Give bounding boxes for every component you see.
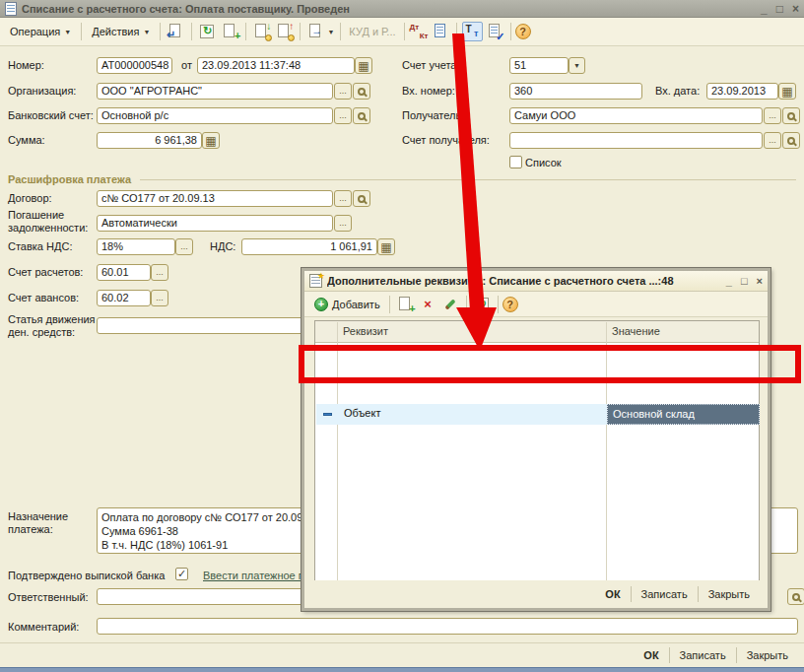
payee-account-open-button[interactable] <box>782 132 800 149</box>
incoming-date-input[interactable]: 23.09.2013 <box>706 83 778 100</box>
column-header-value[interactable]: Значение <box>612 325 660 337</box>
kud-button[interactable]: КУД и Р... <box>345 26 399 37</box>
copy-button[interactable]: + <box>220 22 240 41</box>
column-header-attribute[interactable]: Реквизит <box>343 325 388 337</box>
bank-account-input[interactable]: Основной р/с <box>97 107 333 124</box>
sum-input[interactable]: 6 961,38 <box>97 132 202 149</box>
confirmed-checkbox[interactable]: ✓ <box>175 568 188 580</box>
toolbar-separator <box>160 23 161 40</box>
bank-account-open-button[interactable] <box>353 107 370 124</box>
vat-rate-select-button[interactable]: ... <box>175 238 193 255</box>
date-input[interactable]: 23.09.2013 11:37:48 <box>197 57 355 74</box>
minimize-button[interactable]: _ <box>761 2 768 16</box>
green-plus-icon: + <box>409 303 415 314</box>
goto-button[interactable]: → ▼ <box>305 22 335 41</box>
organization-select-button[interactable]: ... <box>334 83 352 100</box>
calendar-button[interactable]: ▦ <box>355 57 372 74</box>
document-icon <box>5 2 17 16</box>
refresh-button[interactable]: ↻ <box>197 22 218 41</box>
magnifier-icon <box>792 593 800 601</box>
account-dropdown-button[interactable]: ▼ <box>569 57 585 74</box>
bank-account-select-button[interactable]: ... <box>334 107 352 124</box>
add-button[interactable]: + Добавить <box>309 296 385 313</box>
dialog-ok-button[interactable]: ОК <box>595 585 630 603</box>
actions-menu-button[interactable]: Действия ▼ <box>86 23 156 40</box>
calculator-button[interactable]: ▦ <box>202 132 220 149</box>
contract-open-button[interactable] <box>353 190 370 207</box>
unpost-document-button[interactable]: ↑ <box>274 22 295 41</box>
number-label: Номер: <box>8 59 44 72</box>
advance-account-input[interactable]: 60.02 <box>97 290 151 306</box>
responsible-open-button[interactable] <box>787 588 804 605</box>
window-bottom-edge <box>0 667 804 672</box>
operation-menu-button[interactable]: Операция ▼ <box>4 23 77 40</box>
dialog-save-button[interactable]: Записать <box>632 585 698 603</box>
delete-icon: × <box>424 298 432 310</box>
settlement-account-select-button[interactable]: ... <box>151 264 168 281</box>
main-footer: ОК Записать Закрыть <box>0 642 804 667</box>
close-window-button[interactable]: Закрыть <box>737 646 798 664</box>
structure-button[interactable]: Т т <box>462 22 483 41</box>
help-button[interactable]: ? <box>515 24 531 39</box>
toolbar-separator <box>245 23 246 40</box>
dialog-copy-button[interactable]: + <box>395 295 416 314</box>
maximize-button[interactable]: □ <box>776 2 783 16</box>
toolbar-separator <box>498 296 499 313</box>
dialog-edit-button[interactable] <box>440 295 461 314</box>
dtkt-postings-button[interactable]: Дт Кт <box>409 22 430 41</box>
sum-label: Сумма: <box>8 134 45 147</box>
calculator-icon: ▦ <box>205 135 216 147</box>
advance-account-select-button[interactable]: ... <box>151 290 168 306</box>
vat-rate-input[interactable]: 18% <box>97 238 175 255</box>
ellipsis-icon: ... <box>156 268 164 277</box>
dialog-help-button[interactable]: ? <box>502 297 518 312</box>
chevron-down-icon: ▼ <box>143 29 150 35</box>
dialog-footer: ОК Записать Закрыть <box>304 580 768 608</box>
repayment-select-button[interactable]: ... <box>334 215 352 232</box>
dialog-minimize-button[interactable]: _ <box>726 274 732 288</box>
document-list-button[interactable] <box>431 22 451 41</box>
ellipsis-icon: ... <box>339 87 347 96</box>
repayment-input[interactable]: Автоматически <box>97 215 333 232</box>
comment-label: Комментарий: <box>8 621 79 634</box>
organization-open-button[interactable] <box>353 83 370 100</box>
table-row[interactable]: Объект Основной склад <box>316 404 758 425</box>
additional-attributes-button[interactable]: ✓ <box>485 22 505 41</box>
payee-select-button[interactable]: ... <box>764 107 781 124</box>
contract-select-button[interactable]: ... <box>334 190 352 207</box>
enter-payment-order-link[interactable]: Ввести платежное п <box>203 570 304 581</box>
ellipsis-icon: ... <box>339 111 347 120</box>
toolbar-separator <box>340 23 341 40</box>
document-list-icon <box>435 24 445 37</box>
incoming-number-input[interactable]: 360 <box>509 83 642 100</box>
list-checkbox[interactable] <box>509 156 522 168</box>
vat-calculator-button[interactable]: ▦ <box>377 238 395 255</box>
account-label: Счет учета: <box>402 59 459 72</box>
settlement-account-input[interactable]: 60.01 <box>97 264 151 281</box>
number-input[interactable]: АТ000000548 <box>97 57 172 74</box>
ok-button[interactable]: ОК <box>634 646 668 664</box>
incoming-date-calendar-button[interactable]: ▦ <box>778 83 796 100</box>
save-record-button[interactable]: ↵ <box>166 22 186 41</box>
dialog-titlebar: ★ Дополнительные реквизиты: Списание с р… <box>304 271 768 292</box>
post-document-button[interactable]: ↓ <box>251 22 272 41</box>
organization-input[interactable]: ООО "АГРОТРАНС" <box>97 83 333 100</box>
dialog-refresh-button[interactable]: ↻ <box>472 295 493 314</box>
comment-input[interactable] <box>97 618 798 635</box>
kt-label: Кт <box>420 32 429 40</box>
dialog-close-button[interactable]: × <box>757 274 763 288</box>
cashflow-item-label: Статья движения ден. средств: <box>8 313 97 339</box>
vat-input[interactable]: 1 061,91 <box>241 238 377 255</box>
payee-account-input[interactable] <box>509 132 763 149</box>
save-button[interactable]: Записать <box>670 646 736 664</box>
dialog-maximize-button[interactable]: □ <box>741 274 748 288</box>
value-cell[interactable]: Основной склад <box>607 404 760 425</box>
close-button[interactable]: × <box>792 2 799 16</box>
dialog-close-button2[interactable]: Закрыть <box>699 585 760 603</box>
payee-account-select-button[interactable]: ... <box>764 132 781 149</box>
account-combo[interactable]: 51 <box>509 57 569 74</box>
dialog-delete-button[interactable]: × <box>418 295 438 314</box>
payee-input[interactable]: Самуи ООО <box>509 107 763 124</box>
payee-open-button[interactable] <box>782 107 800 124</box>
contract-input[interactable]: с№ СО177 от 20.09.13 <box>97 190 333 207</box>
